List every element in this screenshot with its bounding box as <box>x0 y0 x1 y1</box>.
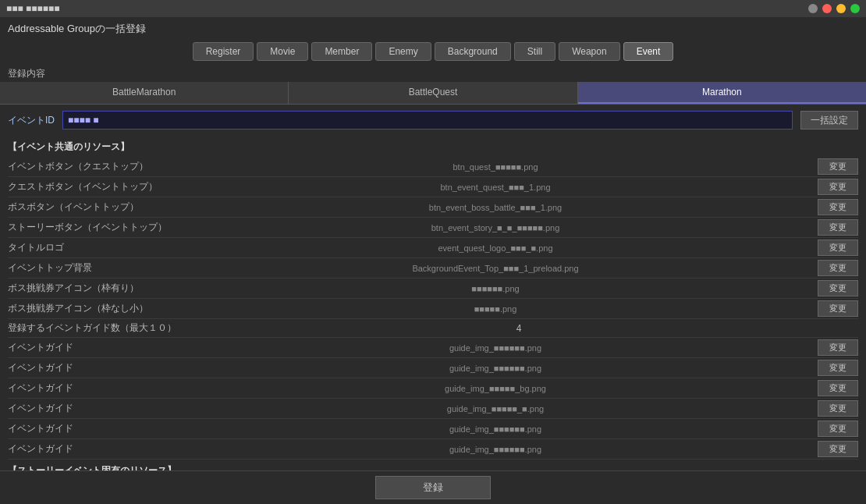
henko-button-2[interactable]: 変更 <box>818 199 858 215</box>
footer: 登録 <box>0 470 866 504</box>
list-item: ストーリーボタン（イベントトップ） btn_event_story_■_■_■■… <box>8 218 858 238</box>
tab-member[interactable]: Member <box>311 42 372 61</box>
page-header: Addressable Groupの一括登録 <box>0 17 866 39</box>
list-item: クエストボタン（イベントトップ） btn_event_quest_■■■_1.p… <box>8 177 858 197</box>
tab-event[interactable]: Event <box>623 42 674 61</box>
list-item: イベントトップ背景 BackgroundEvent_Top_■■■_1_prel… <box>8 258 858 279</box>
titlebar-text: ■■■ ■■■■■■ <box>6 3 60 14</box>
content-area: 【イベント共通のリソース】 イベントボタン（クエストップ） btn_quest_… <box>0 136 866 471</box>
list-item: イベントボタン（クエストップ） btn_quest_■■■■■.png 変更 <box>8 157 858 177</box>
register-button[interactable]: 登録 <box>375 476 491 499</box>
traffic-light-green[interactable] <box>850 4 860 13</box>
henko-button-5[interactable]: 変更 <box>818 260 858 276</box>
subtab-battlemarathon[interactable]: BattleMarathon <box>0 82 289 104</box>
sub-tabs: BattleMarathon BattleQuest Marathon <box>0 82 866 105</box>
henko-button-1[interactable]: 変更 <box>818 179 858 195</box>
subtab-marathon[interactable]: Marathon <box>578 82 866 104</box>
henko-guide-2[interactable]: 変更 <box>818 380 858 396</box>
section-label: 登録内容 <box>0 66 866 82</box>
tab-weapon[interactable]: Weapon <box>559 42 619 61</box>
henko-guide-0[interactable]: 変更 <box>818 339 858 356</box>
list-item: イベントガイド guide_img_■■■■■■.png 変更 <box>8 358 858 378</box>
titlebar-controls <box>808 4 860 13</box>
ikkatu-button[interactable]: 一括設定 <box>800 111 858 130</box>
henko-button-0[interactable]: 変更 <box>818 158 858 175</box>
story-section-header: 【ストーリーイベント固有のリソース】 <box>8 460 858 471</box>
tab-still[interactable]: Still <box>514 42 555 61</box>
henko-guide-5[interactable]: 変更 <box>818 441 858 457</box>
list-item: イベントガイド guide_img_■■■■■_bg.png 変更 <box>8 378 858 399</box>
nav-tabs: Register Movie Member Enemy Background S… <box>0 39 866 66</box>
page-title: Addressable Groupの一括登録 <box>8 23 146 34</box>
list-item: イベントガイド guide_img_■■■■■■.png 変更 <box>8 419 858 439</box>
henko-button-6[interactable]: 変更 <box>818 280 858 296</box>
titlebar: ■■■ ■■■■■■ <box>0 0 866 17</box>
subtab-battlequest[interactable]: BattleQuest <box>289 82 577 104</box>
tab-enemy[interactable]: Enemy <box>375 42 431 61</box>
list-item: タイトルロゴ event_quest_logo_■■■_■.png 変更 <box>8 238 858 258</box>
list-item: イベントガイド guide_img_■■■■■■.png 変更 <box>8 439 858 460</box>
henko-guide-3[interactable]: 変更 <box>818 400 858 417</box>
traffic-light-gray[interactable] <box>808 4 818 13</box>
traffic-light-yellow[interactable] <box>836 4 846 13</box>
henko-button-3[interactable]: 変更 <box>818 219 858 236</box>
event-id-label: イベントID <box>8 114 55 127</box>
guide-count-row: 登録するイベントガイド数（最大１０） 4 <box>8 319 858 338</box>
list-item: ボス挑戦券アイコン（枠なし小） ■■■■■.png 変更 <box>8 299 858 319</box>
list-item: ボス挑戦券アイコン（枠有り） ■■■■■■.png 変更 <box>8 279 858 299</box>
event-id-input[interactable] <box>62 111 793 130</box>
henko-guide-1[interactable]: 変更 <box>818 360 858 376</box>
list-item: イベントガイド guide_img_■■■■■■.png 変更 <box>8 338 858 358</box>
henko-button-7[interactable]: 変更 <box>818 300 858 317</box>
traffic-light-red[interactable] <box>822 4 832 13</box>
tab-register[interactable]: Register <box>193 42 254 61</box>
list-item: イベントガイド guide_img_■■■■■_■.png 変更 <box>8 399 858 419</box>
henko-guide-4[interactable]: 変更 <box>818 421 858 437</box>
tab-movie[interactable]: Movie <box>257 42 308 61</box>
common-section-header: 【イベント共通のリソース】 <box>8 136 858 157</box>
henko-button-4[interactable]: 変更 <box>818 240 858 256</box>
list-item: ボスボタン（イベントトップ） btn_event_boss_battle_■■■… <box>8 197 858 218</box>
event-id-row: イベントID 一括設定 <box>0 105 866 136</box>
tab-background[interactable]: Background <box>435 42 511 61</box>
